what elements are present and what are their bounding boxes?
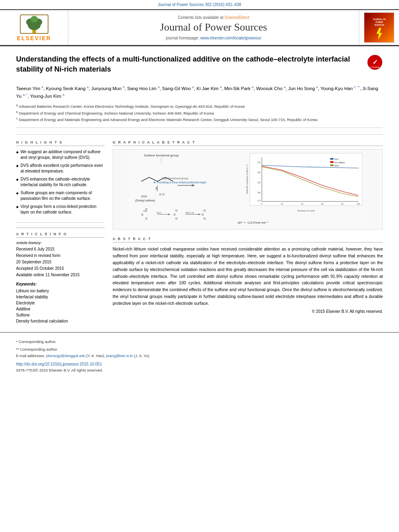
highlights-section: H I G H L I G H T S ◆ We suggest an addi… (16, 140, 105, 215)
keyword-3: Electrolyte (16, 300, 105, 306)
journal-reference-bar: Journal of Power Sources 302 (2016) 431–… (0, 0, 399, 10)
journal-title: Journal of Power Sources (160, 21, 267, 33)
svg-rect-50 (330, 164, 333, 166)
svg-text:S: S (141, 213, 143, 216)
svg-text:0: 0 (261, 203, 263, 205)
crossmark-icon: ✓ CrossMark (367, 55, 383, 70)
svg-text:JOURNAL OF: JOURNAL OF (372, 18, 385, 21)
svg-rect-48 (330, 161, 333, 163)
svg-text:O O: O O (159, 193, 165, 196)
svg-text:CrossMark: CrossMark (370, 66, 380, 68)
abstract-copyright: © 2015 Elsevier B.V. All rights reserved… (113, 309, 383, 314)
svg-text:ΔH° = −113.8 kcal mol⁻¹: ΔH° = −113.8 kcal mol⁻¹ (238, 221, 269, 224)
svg-text:250: 250 (257, 171, 261, 174)
bullet-5: ◆ (16, 205, 19, 209)
svg-text:80: 80 (341, 203, 343, 205)
keywords-section: Keywords: Lithium ion battery Interfacia… (16, 282, 105, 324)
email-link-2[interactable]: jisang@keti.re.kr (106, 354, 133, 358)
email-link-1[interactable]: ykenergy@dongguk.edu (46, 354, 86, 358)
history-label: Article history: (16, 241, 105, 245)
journal-cover-svg: JOURNAL OF POWER SOURCES (365, 14, 393, 42)
svg-text:POWER: POWER (375, 21, 383, 23)
svg-rect-30 (250, 153, 362, 205)
svg-point-4 (30, 16, 37, 22)
sciencedirect-anchor[interactable]: ScienceDirect (224, 15, 249, 20)
affiliations: a Advanced Batteries Research Center, Ko… (16, 103, 383, 128)
svg-text:Number of cycle: Number of cycle (297, 210, 315, 212)
svg-text:O: O (204, 209, 206, 212)
article-title-container: Understanding the effects of a multi-fun… (16, 54, 360, 78)
elsevier-tree-icon (18, 14, 50, 34)
svg-text:Vinyl functional group: Vinyl functional group (161, 177, 188, 180)
abstract-header: A B S T R A C T (113, 237, 383, 242)
svg-text:REC: REC (156, 212, 162, 214)
highlight-item-1: ◆ We suggest an additive composed of sul… (16, 149, 105, 160)
journal-cover-container: JOURNAL OF POWER SOURCES (359, 10, 399, 45)
svg-text:275: 275 (257, 161, 261, 164)
keyword-2: Interfacial stability (16, 294, 105, 300)
email-addresses: E-mail addresses: ykenergy@dongguk.edu (… (16, 354, 383, 358)
svg-text:DVS: DVS (334, 158, 339, 160)
sciencedirect-link: Contents lists available at ScienceDirec… (178, 15, 249, 20)
elsevier-wordmark: ELSEVIER (17, 35, 51, 41)
journal-homepage: journal homepage: www.elsevier.com/locat… (166, 36, 261, 40)
right-column: G R A P H I C A L A B S T R A C T Sulfon… (113, 140, 383, 324)
graphical-abstract-image: Sulfone functional group DVS (Divinyl su… (113, 149, 383, 230)
journal-reference-text: Journal of Power Sources 302 (2016) 431–… (158, 2, 241, 7)
received-revised-label: Received in revised form (16, 253, 105, 259)
svg-text:O: O (175, 209, 178, 212)
left-column: H I G H L I G H T S ◆ We suggest an addi… (16, 140, 105, 324)
issn-text: 0378-7753/© 2015 Elsevier B.V. All right… (16, 368, 383, 372)
bullet-1: ◆ (16, 150, 19, 154)
svg-text:200: 200 (257, 191, 261, 194)
graphical-abstract-svg: Sulfone functional group DVS (Divinyl su… (113, 149, 383, 230)
svg-text:60: 60 (321, 203, 323, 205)
doi-link[interactable]: http://dx.doi.org/10.1016/j.jpowsour.201… (16, 362, 383, 366)
abstract-text: Nickel-rich lithium nickel cobalt mangan… (113, 246, 383, 306)
svg-text:100: 100 (357, 203, 360, 205)
svg-text:Specific capacity (mAh g⁻¹): Specific capacity (mAh g⁻¹) (246, 165, 248, 194)
svg-text:✓: ✓ (372, 59, 378, 66)
keyword-1: Lithium ion battery (16, 288, 105, 294)
article-info-section: A R T I C L E I N F O Article history: R… (16, 228, 105, 324)
received-revised-date: 20 September 2015 (16, 259, 105, 265)
keyword-6: Density functional calculation (16, 318, 105, 324)
highlight-item-4: ◆ Sulfone groups are main components of … (16, 190, 105, 201)
svg-text:O: O (204, 217, 206, 220)
svg-text:O: O (145, 217, 148, 220)
bullet-4: ◆ (16, 191, 19, 195)
crossmark-badge[interactable]: ✓ CrossMark (367, 54, 383, 70)
elsevier-logo: ELSEVIER (17, 14, 51, 41)
svg-text:(Divinyl sulfone): (Divinyl sulfone) (135, 199, 155, 202)
highlight-item-3: ◆ DVS enhances the cathode–electrolyte i… (16, 177, 105, 188)
abstract-section: A B S T R A C T Nickel-rich lithium nick… (113, 237, 383, 313)
received-date: Received 6 July 2015 (16, 246, 105, 252)
svg-text:Sulfone functional group: Sulfone functional group (144, 154, 179, 157)
keyword-4: Additive (16, 306, 105, 312)
authors-line: Taeeun Yim a, Kyoung Seok Kang a, Junyou… (16, 85, 383, 100)
highlight-item-2: ◆ DVS affords excellent cycle performanc… (16, 163, 105, 174)
article-title: Understanding the effects of a multi-fun… (16, 54, 360, 74)
accepted-date: Accepted 15 October 2015 (16, 266, 105, 271)
svg-text:20: 20 (281, 203, 283, 205)
svg-rect-46 (330, 158, 333, 160)
svg-text:S: S (173, 213, 175, 216)
available-date: Available online 11 November 2015 (16, 272, 105, 278)
graphical-abstract-section: G R A P H I C A L A B S T R A C T Sulfon… (113, 140, 383, 230)
journal-cover-image: JOURNAL OF POWER SOURCES (364, 12, 394, 43)
svg-text:► Providing a cross linked pro: ► Providing a cross linked protective la… (153, 181, 207, 184)
bullet-2: ◆ (16, 164, 19, 168)
svg-text:SOURCES: SOURCES (374, 24, 384, 26)
article-body: Understanding the effects of a multi-fun… (0, 46, 399, 332)
header-center: Contents lists available at ScienceDirec… (68, 10, 359, 45)
keyword-5: Sulfone (16, 312, 105, 318)
keywords-label: Keywords: (16, 282, 105, 286)
article-info-header: A R T I C L E I N F O (16, 232, 105, 238)
highlight-item-5: ◆ Vinyl groups form a cross-linked prote… (16, 204, 105, 215)
journal-url[interactable]: www.elsevier.com/locate/jpowsour (200, 36, 261, 40)
footer: * Corresponding author. ** Corresponding… (0, 332, 399, 376)
graphical-abstract-header: G R A P H I C A L A B S T R A C T (113, 140, 383, 146)
svg-text:w/o additive: w/o additive (334, 161, 345, 164)
highlights-header: H I G H L I G H T S (16, 140, 105, 146)
svg-text:S: S (202, 213, 204, 216)
